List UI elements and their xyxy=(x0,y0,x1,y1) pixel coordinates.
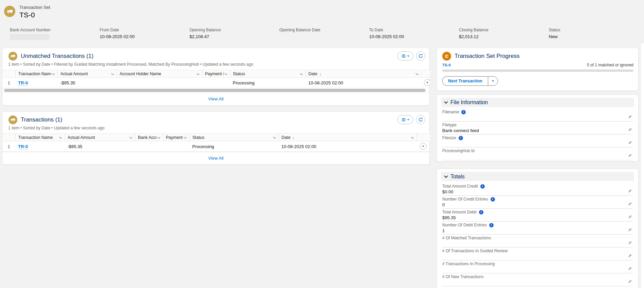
table-header-row: Transaction Name Actual Amount Account H… xyxy=(2,70,430,78)
info-icon[interactable]: i xyxy=(461,110,466,114)
column-header-status[interactable]: Status xyxy=(189,134,279,141)
progress-bar xyxy=(442,69,633,72)
edit-pencil-icon[interactable]: ✎ xyxy=(628,241,632,245)
edit-pencil-icon[interactable]: ✎ xyxy=(628,128,632,132)
unmatched-card-header: Unmatched Transactions (1) ⚙ xyxy=(2,48,429,61)
next-transaction-button[interactable]: Next Transaction xyxy=(442,76,488,86)
field-closing-balance: Closing Balance $2,013.12 xyxy=(459,28,549,40)
info-icon[interactable]: i xyxy=(489,223,494,227)
file-information-section-header[interactable]: File Information xyxy=(441,98,634,107)
transaction-link[interactable]: TR-0 xyxy=(18,80,28,86)
transactions-list-summary: 1 item • Sorted by Date • Updated a few … xyxy=(2,124,429,133)
unmatched-transactions-icon xyxy=(9,52,17,61)
column-menu-icon[interactable] xyxy=(184,135,186,139)
transaction-link[interactable]: TR-0 xyxy=(18,144,28,149)
view-all-link[interactable]: View All xyxy=(208,96,224,101)
column-header-transaction-name[interactable]: Transaction Name xyxy=(15,134,65,141)
cell-actual-amount: -$95.35 xyxy=(57,78,117,88)
refresh-button[interactable] xyxy=(416,51,425,61)
edit-pencil-icon[interactable]: ✎ xyxy=(628,202,632,206)
refresh-icon xyxy=(418,117,423,122)
field-opening-balance: Opening Balance $2,108.47 xyxy=(189,28,279,40)
unmatched-transactions-table: Transaction Name Actual Amount Account H… xyxy=(2,70,430,88)
field-filetype: Filetype Bank connect feed ✎ xyxy=(442,122,633,134)
cell-transaction-name: TR-0 xyxy=(15,141,65,152)
section-title: File Information xyxy=(450,99,488,106)
masked-value-box xyxy=(10,34,49,40)
right-column: Transaction Set Progress TS-0 0 of 1 mat… xyxy=(436,48,639,288)
section-title: Totals xyxy=(450,174,465,180)
totals-section-header[interactable]: Totals xyxy=(441,172,634,181)
transactions-card-header: Transactions (1) ⚙ xyxy=(2,112,429,124)
sort-desc-icon: ↓ xyxy=(319,72,321,76)
cell-row-actions xyxy=(421,78,430,88)
list-bars-glyph xyxy=(444,53,449,59)
chevron-down-icon xyxy=(422,146,424,147)
transaction-set-link[interactable]: TS-0 xyxy=(442,63,451,67)
column-menu-icon[interactable] xyxy=(196,71,199,75)
field-processinghub-id: ProcessingHub Id ✎ xyxy=(442,147,633,160)
column-menu-icon[interactable] xyxy=(111,71,114,75)
row-actions-button[interactable] xyxy=(424,79,430,86)
main-content: Unmatched Transactions (1) ⚙ 1 item • So… xyxy=(0,44,644,288)
transaction-set-icon xyxy=(4,6,15,17)
field-transactions-in-guided-review: # Of Transactions In Guided Review ✎ xyxy=(442,247,633,260)
sort-desc-icon: ↓ xyxy=(293,135,295,140)
next-transaction-menu-button[interactable] xyxy=(488,76,498,86)
column-menu-icon[interactable] xyxy=(415,71,418,75)
column-header-actual-amount[interactable]: Actual Amount xyxy=(57,70,117,78)
column-menu-icon[interactable] xyxy=(129,135,132,139)
edit-pencil-icon[interactable]: ✎ xyxy=(628,215,632,219)
table-row: 1 TR-0 -$95.35 Processing 10-08-2025 02:… xyxy=(2,141,430,152)
column-header-actual-amount[interactable]: Actual Amount xyxy=(65,134,135,141)
info-icon[interactable]: i xyxy=(479,210,483,214)
edit-pencil-icon[interactable]: ✎ xyxy=(628,279,632,284)
info-icon[interactable]: i xyxy=(459,136,463,140)
column-menu-icon[interactable] xyxy=(411,135,413,139)
scrollbar-thumb[interactable] xyxy=(4,89,426,92)
gear-icon: ⚙ xyxy=(401,53,406,59)
edit-pencil-icon[interactable]: ✎ xyxy=(628,267,632,271)
column-menu-icon[interactable] xyxy=(224,71,227,75)
column-header-account-holder-name[interactable]: Account Holder Name xyxy=(117,70,202,78)
edit-pencil-icon[interactable]: ✎ xyxy=(628,154,632,158)
file-information-card: File Information Filenamei ✎ Filetype Ba… xyxy=(436,94,639,162)
cell-actual-amount: -$95.35 xyxy=(65,141,135,152)
info-icon[interactable]: i xyxy=(491,197,495,202)
view-all-link[interactable]: View All xyxy=(208,156,224,161)
next-transaction-button-group: Next Transaction xyxy=(442,76,498,86)
column-menu-icon[interactable] xyxy=(300,71,302,75)
field-filename: Filenamei ✎ xyxy=(442,109,633,122)
refresh-button[interactable] xyxy=(416,115,425,124)
transactions-table: Transaction Name Actual Amount Bank Acco… xyxy=(2,133,430,152)
edit-pencil-icon[interactable]: ✎ xyxy=(628,189,632,193)
list-settings-button[interactable]: ⚙ xyxy=(397,115,413,124)
column-header-status[interactable]: Status xyxy=(230,70,306,78)
column-header-date[interactable]: Date↓ xyxy=(279,134,416,141)
edit-pencil-icon[interactable]: ✎ xyxy=(628,254,632,258)
column-header-transaction-name[interactable]: Transaction Name xyxy=(15,70,57,78)
column-header-payment-reference[interactable]: Payment R... xyxy=(202,70,230,78)
column-menu-icon[interactable] xyxy=(273,135,276,139)
edit-pencil-icon[interactable]: ✎ xyxy=(628,115,632,119)
chevron-down-icon xyxy=(426,82,428,83)
column-header-payment-reference[interactable]: Payment R... xyxy=(163,134,189,141)
column-header-bank-account[interactable]: Bank Acco... xyxy=(135,134,163,141)
cell-date: 10-08-2025 02:00 xyxy=(306,78,421,88)
list-settings-button[interactable]: ⚙ xyxy=(397,51,413,61)
edit-pencil-icon[interactable]: ✎ xyxy=(628,228,632,232)
unmatched-list-summary: 1 item • Sorted by Date • Filtered by Gu… xyxy=(2,61,429,70)
row-actions-button[interactable] xyxy=(420,143,427,150)
row-number-header xyxy=(2,134,15,141)
table-row: 1 TR-0 -$95.35 Processing 10-08-2025 02:… xyxy=(2,78,430,88)
column-menu-icon[interactable] xyxy=(52,71,54,75)
info-icon[interactable]: i xyxy=(480,184,485,189)
cell-transaction-name: TR-0 xyxy=(15,78,57,88)
table-header-row: Transaction Name Actual Amount Bank Acco… xyxy=(2,134,430,141)
edit-pencil-icon[interactable]: ✎ xyxy=(628,141,632,145)
column-header-date[interactable]: Date↓ xyxy=(306,70,421,78)
unmatched-card-actions: ⚙ xyxy=(397,51,425,61)
column-menu-icon[interactable] xyxy=(157,135,160,139)
column-menu-icon[interactable] xyxy=(59,135,62,139)
page-scrollbar-gutter[interactable] xyxy=(641,44,644,288)
